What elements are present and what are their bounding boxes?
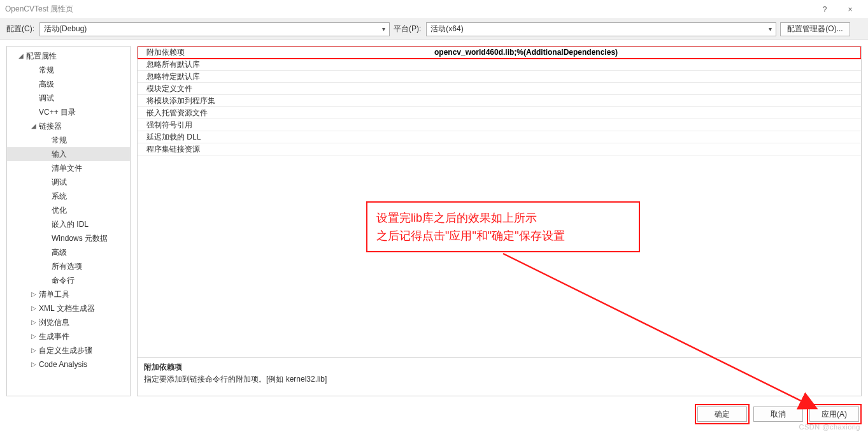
- tree-item[interactable]: 所有选项: [7, 259, 130, 273]
- config-tree[interactable]: ◢配置属性 常规高级调试VC++ 目录 ◢链接器 常规输入清单文件调试系统优化嵌…: [6, 46, 131, 396]
- tree-item[interactable]: 嵌入的 IDL: [7, 217, 130, 231]
- tree-item[interactable]: 调试: [7, 91, 130, 105]
- chevron-right-icon: ▷: [31, 288, 39, 301]
- property-value[interactable]: [430, 119, 861, 131]
- property-name: 嵌入托管资源文件: [138, 107, 430, 119]
- platform-value: 活动(x64): [430, 24, 463, 34]
- tree-item[interactable]: 常规: [7, 63, 130, 77]
- tree-item[interactable]: ▷XML 文档生成器: [7, 301, 130, 315]
- tree-item[interactable]: 输入: [7, 147, 130, 161]
- property-row[interactable]: 嵌入托管资源文件: [138, 107, 861, 119]
- tree-item[interactable]: VC++ 目录: [7, 105, 130, 119]
- property-value[interactable]: [430, 83, 861, 94]
- tree-item[interactable]: 命令行: [7, 273, 130, 287]
- property-name: 附加依赖项: [138, 47, 430, 58]
- chevron-right-icon: ▷: [31, 316, 39, 329]
- close-icon[interactable]: ×: [837, 5, 863, 14]
- config-value: 活动(Debug): [44, 24, 87, 34]
- property-row[interactable]: 延迟加载的 DLL: [138, 131, 861, 143]
- tree-item[interactable]: Windows 元数据: [7, 231, 130, 245]
- titlebar: OpenCVTest 属性页 ? ×: [0, 0, 868, 19]
- property-row[interactable]: 模块定义文件: [138, 83, 861, 95]
- chevron-right-icon: ▷: [31, 358, 39, 371]
- property-value[interactable]: [430, 71, 861, 82]
- config-combobox[interactable]: 活动(Debug): [39, 22, 390, 36]
- chevron-down-icon: ◢: [18, 50, 26, 62]
- property-row[interactable]: 忽略特定默认库: [138, 71, 861, 83]
- cancel-button[interactable]: 取消: [753, 407, 803, 422]
- property-name: 强制符号引用: [138, 119, 430, 131]
- chevron-right-icon: ▷: [31, 330, 39, 343]
- chevron-right-icon: ▷: [31, 302, 39, 315]
- help-icon[interactable]: ?: [812, 5, 837, 14]
- tree-item[interactable]: ▷生成事件: [7, 329, 130, 343]
- property-row[interactable]: 附加依赖项opencv_world460d.lib;%(AdditionalDe…: [138, 47, 861, 59]
- property-value[interactable]: [430, 107, 861, 119]
- chevron-right-icon: ▷: [31, 344, 39, 357]
- property-value[interactable]: [430, 95, 861, 106]
- tree-item[interactable]: 调试: [7, 175, 130, 189]
- property-name: 将模块添加到程序集: [138, 95, 430, 106]
- chevron-down-icon: ◢: [31, 120, 39, 133]
- property-name: 程序集链接资源: [138, 143, 430, 155]
- dialog-footer: 确定 取消 应用(A): [0, 403, 868, 426]
- tree-item[interactable]: 高级: [7, 77, 130, 91]
- property-value[interactable]: [430, 131, 861, 143]
- toolbar: 配置(C): 活动(Debug) 平台(P): 活动(x64) 配置管理器(O)…: [0, 19, 868, 40]
- property-value[interactable]: [430, 59, 861, 70]
- property-name: 忽略所有默认库: [138, 59, 430, 70]
- config-manager-button[interactable]: 配置管理器(O)...: [780, 22, 850, 36]
- property-name: 忽略特定默认库: [138, 71, 430, 82]
- config-label: 配置(C):: [6, 24, 34, 34]
- tree-item[interactable]: 常规: [7, 133, 130, 147]
- property-row[interactable]: 强制符号引用: [138, 119, 861, 131]
- property-value[interactable]: [430, 143, 861, 155]
- annotation-callout: 设置完lib库之后的效果如上所示 之后记得点击"应用"和"确定"保存设置: [366, 201, 640, 252]
- property-row[interactable]: 程序集链接资源: [138, 143, 861, 155]
- tree-item[interactable]: 高级: [7, 245, 130, 259]
- description-title: 附加依赖项: [144, 362, 855, 373]
- tree-root[interactable]: ◢配置属性 常规高级调试VC++ 目录 ◢链接器 常规输入清单文件调试系统优化嵌…: [7, 49, 130, 371]
- property-value[interactable]: opencv_world460d.lib;%(AdditionalDepende…: [430, 47, 861, 58]
- property-description: 附加依赖项 指定要添加到链接命令行的附加项。[例如 kernel32.lib]: [138, 357, 861, 396]
- tree-item[interactable]: 清单文件: [7, 161, 130, 175]
- tree-linker[interactable]: ◢链接器 常规输入清单文件调试系统优化嵌入的 IDLWindows 元数据高级所…: [7, 119, 130, 287]
- property-name: 延迟加载的 DLL: [138, 131, 430, 143]
- tree-item[interactable]: 优化: [7, 203, 130, 217]
- tree-item[interactable]: ▷浏览信息: [7, 315, 130, 329]
- window-title: OpenCVTest 属性页: [5, 4, 812, 15]
- tree-item[interactable]: ▷Code Analysis: [7, 357, 130, 371]
- property-name: 模块定义文件: [138, 83, 430, 94]
- description-text: 指定要添加到链接命令行的附加项。[例如 kernel32.lib]: [144, 374, 855, 385]
- tree-item[interactable]: ▷清单工具: [7, 287, 130, 301]
- ok-button[interactable]: 确定: [697, 407, 747, 422]
- tree-item[interactable]: 系统: [7, 189, 130, 203]
- platform-label: 平台(P):: [394, 24, 421, 34]
- watermark: CSDN @chaxiong: [799, 423, 860, 431]
- apply-button[interactable]: 应用(A): [809, 407, 859, 422]
- tree-item[interactable]: ▷自定义生成步骤: [7, 343, 130, 357]
- platform-combobox[interactable]: 活动(x64): [426, 22, 776, 36]
- property-row[interactable]: 将模块添加到程序集: [138, 95, 861, 107]
- property-row[interactable]: 忽略所有默认库: [138, 59, 861, 71]
